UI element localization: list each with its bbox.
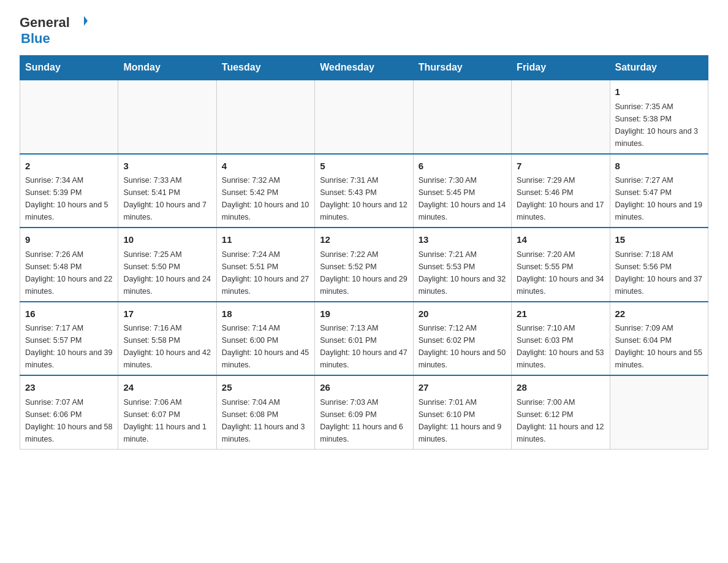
- day-cell: 10Sunrise: 7:25 AMSunset: 5:50 PMDayligh…: [118, 228, 216, 302]
- day-info-text: Sunrise: 7:10 AMSunset: 6:03 PMDaylight:…: [517, 322, 604, 371]
- col-header-monday: Monday: [118, 56, 216, 80]
- day-info-text: Sunrise: 7:35 AMSunset: 5:38 PMDaylight:…: [615, 101, 703, 150]
- day-number: 1: [615, 85, 703, 99]
- day-cell: 27Sunrise: 7:01 AMSunset: 6:10 PMDayligh…: [413, 375, 511, 449]
- day-info-text: Sunrise: 7:03 AMSunset: 6:09 PMDaylight:…: [320, 396, 408, 445]
- day-cell: 9Sunrise: 7:26 AMSunset: 5:48 PMDaylight…: [20, 228, 118, 302]
- day-info-text: Sunrise: 7:33 AMSunset: 5:41 PMDaylight:…: [123, 174, 211, 223]
- week-row: 9Sunrise: 7:26 AMSunset: 5:48 PMDaylight…: [20, 228, 708, 302]
- day-info-text: Sunrise: 7:12 AMSunset: 6:02 PMDaylight:…: [419, 322, 506, 371]
- calendar-header-row: SundayMondayTuesdayWednesdayThursdayFrid…: [20, 56, 708, 80]
- main-calendar: SundayMondayTuesdayWednesdayThursdayFrid…: [20, 55, 708, 450]
- day-number: 24: [123, 381, 211, 395]
- day-info-text: Sunrise: 7:30 AMSunset: 5:45 PMDaylight:…: [419, 174, 506, 223]
- top-header: General Blue: [20, 15, 708, 47]
- day-number: 22: [615, 307, 703, 321]
- day-number: 17: [123, 307, 211, 321]
- day-cell: 3Sunrise: 7:33 AMSunset: 5:41 PMDaylight…: [118, 154, 216, 228]
- day-info-text: Sunrise: 7:29 AMSunset: 5:46 PMDaylight:…: [517, 174, 604, 223]
- day-cell: 1Sunrise: 7:35 AMSunset: 5:38 PMDaylight…: [610, 80, 708, 154]
- day-cell: 21Sunrise: 7:10 AMSunset: 6:03 PMDayligh…: [512, 302, 610, 376]
- day-cell: [20, 80, 118, 154]
- day-number: 8: [615, 159, 703, 174]
- day-info-text: Sunrise: 7:20 AMSunset: 5:55 PMDaylight:…: [517, 248, 604, 297]
- day-info-text: Sunrise: 7:34 AMSunset: 5:39 PMDaylight:…: [25, 174, 113, 223]
- day-info-text: Sunrise: 7:27 AMSunset: 5:47 PMDaylight:…: [615, 174, 703, 223]
- day-number: 4: [222, 159, 309, 174]
- day-info-text: Sunrise: 7:16 AMSunset: 5:58 PMDaylight:…: [123, 322, 211, 371]
- day-number: 16: [25, 307, 113, 321]
- day-info-text: Sunrise: 7:31 AMSunset: 5:43 PMDaylight:…: [320, 174, 408, 223]
- day-number: 12: [320, 233, 408, 247]
- day-number: 10: [123, 233, 211, 247]
- day-number: 26: [320, 381, 408, 395]
- col-header-saturday: Saturday: [610, 56, 708, 80]
- day-number: 27: [419, 381, 506, 395]
- day-info-text: Sunrise: 7:32 AMSunset: 5:42 PMDaylight:…: [222, 174, 309, 223]
- day-info-text: Sunrise: 7:17 AMSunset: 5:57 PMDaylight:…: [25, 322, 113, 371]
- day-cell: 28Sunrise: 7:00 AMSunset: 6:12 PMDayligh…: [512, 375, 610, 449]
- col-header-thursday: Thursday: [413, 56, 511, 80]
- logo-blue: Blue: [21, 31, 50, 46]
- day-cell: 13Sunrise: 7:21 AMSunset: 5:53 PMDayligh…: [413, 228, 511, 302]
- week-row: 23Sunrise: 7:07 AMSunset: 6:06 PMDayligh…: [20, 375, 708, 449]
- day-number: 28: [517, 381, 604, 395]
- day-cell: 12Sunrise: 7:22 AMSunset: 5:52 PMDayligh…: [315, 228, 413, 302]
- logo-line1: General: [20, 15, 88, 31]
- day-cell: 4Sunrise: 7:32 AMSunset: 5:42 PMDaylight…: [216, 154, 314, 228]
- day-number: 19: [320, 307, 408, 321]
- logo-general: General: [20, 15, 70, 31]
- day-cell: 20Sunrise: 7:12 AMSunset: 6:02 PMDayligh…: [413, 302, 511, 376]
- week-row: 16Sunrise: 7:17 AMSunset: 5:57 PMDayligh…: [20, 302, 708, 376]
- day-cell: 17Sunrise: 7:16 AMSunset: 5:58 PMDayligh…: [118, 302, 216, 376]
- day-cell: [315, 80, 413, 154]
- day-info-text: Sunrise: 7:25 AMSunset: 5:50 PMDaylight:…: [123, 248, 211, 297]
- svg-marker-0: [72, 16, 88, 26]
- day-number: 23: [25, 381, 113, 395]
- day-cell: 14Sunrise: 7:20 AMSunset: 5:55 PMDayligh…: [512, 228, 610, 302]
- col-header-tuesday: Tuesday: [216, 56, 314, 80]
- day-cell: [413, 80, 511, 154]
- week-row: 2Sunrise: 7:34 AMSunset: 5:39 PMDaylight…: [20, 154, 708, 228]
- day-cell: 25Sunrise: 7:04 AMSunset: 6:08 PMDayligh…: [216, 375, 314, 449]
- day-cell: 7Sunrise: 7:29 AMSunset: 5:46 PMDaylight…: [512, 154, 610, 228]
- day-cell: 26Sunrise: 7:03 AMSunset: 6:09 PMDayligh…: [315, 375, 413, 449]
- day-info-text: Sunrise: 7:04 AMSunset: 6:08 PMDaylight:…: [222, 396, 309, 445]
- day-number: 9: [25, 233, 113, 247]
- day-number: 6: [419, 159, 506, 174]
- day-number: 3: [123, 159, 211, 174]
- page-wrapper: General Blue SundayMondayTuesdayWednesda…: [0, 0, 728, 563]
- day-number: 2: [25, 159, 113, 174]
- day-cell: [118, 80, 216, 154]
- day-cell: 2Sunrise: 7:34 AMSunset: 5:39 PMDaylight…: [20, 154, 118, 228]
- day-number: 14: [517, 233, 604, 247]
- day-info-text: Sunrise: 7:13 AMSunset: 6:01 PMDaylight:…: [320, 322, 408, 371]
- col-header-wednesday: Wednesday: [315, 56, 413, 80]
- day-cell: 19Sunrise: 7:13 AMSunset: 6:01 PMDayligh…: [315, 302, 413, 376]
- day-number: 25: [222, 381, 309, 395]
- day-cell: [610, 375, 708, 449]
- day-info-text: Sunrise: 7:24 AMSunset: 5:51 PMDaylight:…: [222, 248, 309, 297]
- logo-arrow-icon: [72, 16, 88, 29]
- day-cell: 24Sunrise: 7:06 AMSunset: 6:07 PMDayligh…: [118, 375, 216, 449]
- day-number: 13: [419, 233, 506, 247]
- day-cell: 8Sunrise: 7:27 AMSunset: 5:47 PMDaylight…: [610, 154, 708, 228]
- day-info-text: Sunrise: 7:26 AMSunset: 5:48 PMDaylight:…: [25, 248, 113, 297]
- day-cell: 16Sunrise: 7:17 AMSunset: 5:57 PMDayligh…: [20, 302, 118, 376]
- day-cell: 18Sunrise: 7:14 AMSunset: 6:00 PMDayligh…: [216, 302, 314, 376]
- day-number: 11: [222, 233, 309, 247]
- day-number: 21: [517, 307, 604, 321]
- day-cell: 11Sunrise: 7:24 AMSunset: 5:51 PMDayligh…: [216, 228, 314, 302]
- day-number: 20: [419, 307, 506, 321]
- day-number: 5: [320, 159, 408, 174]
- week-row: 1Sunrise: 7:35 AMSunset: 5:38 PMDaylight…: [20, 80, 708, 154]
- day-info-text: Sunrise: 7:22 AMSunset: 5:52 PMDaylight:…: [320, 248, 408, 297]
- logo-block: General Blue: [20, 15, 118, 47]
- day-number: 7: [517, 159, 604, 174]
- day-info-text: Sunrise: 7:09 AMSunset: 6:04 PMDaylight:…: [615, 322, 703, 371]
- day-cell: [216, 80, 314, 154]
- day-number: 15: [615, 233, 703, 247]
- day-number: 18: [222, 307, 309, 321]
- day-cell: 22Sunrise: 7:09 AMSunset: 6:04 PMDayligh…: [610, 302, 708, 376]
- col-header-friday: Friday: [512, 56, 610, 80]
